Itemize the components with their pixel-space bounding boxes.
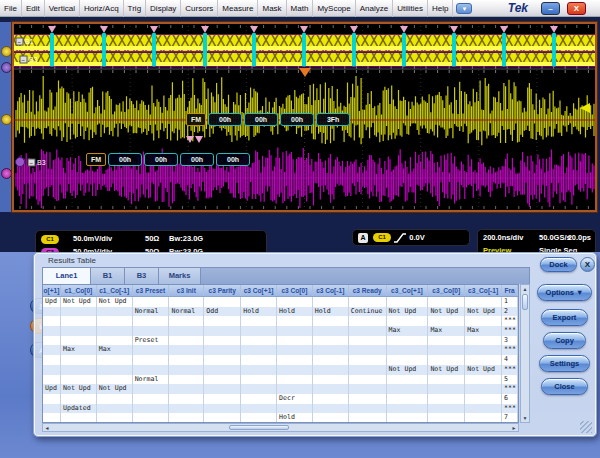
table-cell [465, 404, 502, 414]
column-header[interactable]: c3 Co[+1] [241, 285, 277, 296]
minimize-button[interactable]: – [541, 2, 560, 15]
table-cell: Max [465, 326, 502, 336]
table-row[interactable]: MaxMaxMax*** [43, 326, 518, 336]
column-header[interactable]: o[+1] [43, 285, 61, 296]
table-row[interactable]: Preset3 [43, 336, 518, 346]
menu-item-measure[interactable]: Measure [218, 0, 258, 17]
table-row[interactable]: UpdNot UpdNot Upd1 [43, 297, 518, 307]
menu-item-horizacq[interactable]: Horiz/Acq [80, 0, 124, 17]
table-cell: 1 [502, 297, 518, 307]
table-row[interactable]: *** [43, 316, 518, 326]
tab-b3[interactable]: B3 [125, 268, 159, 284]
menu-item-mask[interactable]: Mask [258, 0, 286, 17]
table-cell [349, 404, 387, 414]
menu-item-myscope[interactable]: MyScope [313, 0, 355, 17]
menu-item-display[interactable]: Display [146, 0, 181, 17]
column-header[interactable]: c3 Parity [204, 285, 241, 296]
bus1-handle[interactable] [1, 46, 12, 57]
table-cell [387, 316, 429, 326]
table-row[interactable]: UpdNot UpdNot Upd*** [43, 384, 518, 394]
table-row[interactable]: MaxMax*** [43, 345, 518, 355]
table-cell: Not Upd [428, 365, 465, 375]
copy-button[interactable]: Copy [543, 332, 586, 349]
table-cell: 2 [502, 307, 518, 317]
table-cell: Upd [43, 297, 61, 307]
menu-overflow-button[interactable]: ▼ [456, 3, 472, 14]
table-cell [61, 365, 97, 375]
table-row[interactable]: 4 [43, 355, 518, 365]
table-cell [61, 355, 97, 365]
table-cell [97, 316, 133, 326]
resize-grip[interactable] [580, 421, 592, 433]
column-header[interactable]: c3_Co[+1] [387, 285, 429, 296]
table-row[interactable]: Normal5 [43, 375, 518, 385]
table-cell [241, 404, 277, 414]
column-header[interactable]: c3 Preset [133, 285, 170, 296]
menu-item-math[interactable]: Math [287, 0, 314, 17]
table-cell: *** [502, 384, 518, 394]
menu-item-file[interactable]: File [0, 0, 22, 17]
ch1-handle[interactable] [1, 114, 12, 125]
settings-button[interactable]: Settings [539, 355, 590, 372]
table-cell: Not Upd [97, 384, 133, 394]
table-row[interactable]: Decr6 [43, 394, 518, 404]
horizontal-scrollbar[interactable]: ◄ ► [42, 423, 519, 432]
options-button[interactable]: Options ▼ [537, 284, 592, 301]
menu-item-help[interactable]: Help [428, 0, 453, 17]
table-row[interactable]: Not UpdNot UpdNot Upd*** [43, 365, 518, 375]
trigger-readout-panel: A C1 0.0V [352, 229, 470, 246]
column-header[interactable]: c1_Co[-1] [97, 285, 133, 296]
menu-item-utilities[interactable]: Utilities [393, 0, 428, 17]
table-cell [169, 384, 204, 394]
table-cell [428, 384, 465, 394]
table-cell [204, 345, 241, 355]
table-cell [313, 355, 349, 365]
column-header[interactable]: c3_Co[-1] [465, 285, 502, 296]
menu-item-analyze[interactable]: Analyze [356, 0, 393, 17]
table-cell [387, 384, 429, 394]
tab-b1[interactable]: B1 [91, 268, 125, 284]
table-cell [204, 375, 241, 385]
menu-item-edit[interactable]: Edit [22, 0, 45, 17]
table-row[interactable]: Updated*** [43, 404, 518, 414]
table-cell [313, 316, 349, 326]
table-cell [465, 355, 502, 365]
export-button[interactable]: Export [541, 309, 588, 326]
close-dialog-button[interactable]: Close [541, 378, 588, 395]
bus3-handle[interactable] [1, 62, 12, 73]
menu-item-cursors[interactable]: Cursors [181, 0, 218, 17]
menu-item-vertical[interactable]: Vertical [45, 0, 80, 17]
table-row[interactable]: Hold7 [43, 413, 518, 423]
window-close-button[interactable]: X [580, 257, 595, 272]
table-cell [61, 316, 97, 326]
table-cell: Hold [277, 307, 313, 317]
table-cell [97, 307, 133, 317]
menu-item-trig[interactable]: Trig [124, 0, 146, 17]
tab-marks[interactable]: Marks [159, 268, 201, 284]
table-cell [387, 394, 429, 404]
table-row[interactable]: NormalNormalOddHoldHoldHoldContinueNot U… [43, 307, 518, 317]
vertical-scrollbar[interactable]: ▲ ▼ [520, 284, 530, 423]
table-cell [277, 297, 313, 307]
column-header[interactable]: c3 Co[0] [277, 285, 313, 296]
table-cell: Normal [133, 375, 170, 385]
table-cell [204, 394, 241, 404]
ch3-handle[interactable] [1, 168, 12, 179]
tab-lane1[interactable]: Lane1 [43, 268, 91, 284]
column-header[interactable]: c3_Co[0] [428, 285, 465, 296]
table-cell [241, 394, 277, 404]
table-cell [61, 336, 97, 346]
table-cell [204, 326, 241, 336]
dock-button[interactable]: Dock [540, 257, 577, 272]
column-header[interactable]: c3 Init [169, 285, 204, 296]
column-header[interactable]: c1_Co[0] [61, 285, 97, 296]
column-header[interactable]: c3 Co[-1] [313, 285, 349, 296]
close-button[interactable]: X [567, 2, 586, 15]
table-cell [43, 413, 61, 423]
table-cell [349, 326, 387, 336]
table-cell [387, 404, 429, 414]
svg-text:B1: B1 [25, 38, 34, 45]
column-header[interactable]: c3 Ready [349, 285, 387, 296]
table-cell [241, 365, 277, 375]
column-header[interactable]: Fra [502, 285, 518, 296]
